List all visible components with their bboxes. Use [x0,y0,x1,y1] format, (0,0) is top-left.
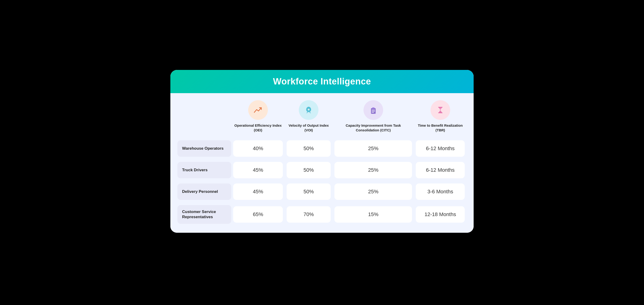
tbr-value: 6-12 Months [416,140,465,157]
oei-value-cell: 65% [231,203,285,226]
table-row: Warehouse Operators 40% 50% 25% 6-12 Mon… [178,138,466,159]
tbr-value: 6-12 Months [416,162,465,178]
column-header-row: Operational Efficiency Index (OEI) [178,100,466,138]
row-label: Warehouse Operators [178,140,231,157]
citc-value-cell: 25% [332,160,414,180]
col-header-oei: Operational Efficiency Index (OEI) [231,100,285,138]
oei-value-cell: 45% [231,182,285,202]
voi-value-cell: 50% [285,182,332,202]
voi-value: 50% [286,183,331,200]
voi-value: 50% [286,140,331,157]
table-wrapper: Operational Efficiency Index (OEI) [170,93,474,233]
citc-value-cell: 15% [332,203,414,226]
tbr-value-cell: 6-12 Months [414,160,466,180]
col-header-voi: Velocity of Output Index (VOI) [285,100,332,138]
table-row: Truck Drivers 45% 50% 25% 6-12 Months [178,160,466,180]
row-label: Delivery Personnel [178,183,231,200]
svg-point-0 [308,109,310,111]
citc-value-cell: 25% [332,182,414,202]
row-label: Truck Drivers [178,162,231,178]
oei-value: 40% [233,140,283,157]
row-label: Customer Service Representatives [178,205,231,224]
oei-value: 45% [233,162,283,178]
voi-value-cell: 50% [285,160,332,180]
voi-value: 50% [286,162,331,178]
voi-value-cell: 70% [285,203,332,226]
tbr-value-cell: 12-18 Months [414,203,466,226]
citc-value: 15% [334,206,412,223]
tbr-value-cell: 3-6 Months [414,182,466,202]
voi-value: 70% [286,206,331,223]
tbr-value: 12-18 Months [416,206,465,223]
tbr-icon [430,100,450,120]
table-row: Customer Service Representatives 65% 70%… [178,203,466,226]
oei-value: 45% [233,183,283,200]
citc-value: 25% [334,140,412,157]
tbr-value-cell: 6-12 Months [414,138,466,159]
oei-value-cell: 45% [231,160,285,180]
workforce-table: Operational Efficiency Index (OEI) [178,100,466,226]
col-header-citc: Capacity Improvement from Task Consolida… [332,100,414,138]
table-row: Delivery Personnel 45% 50% 25% 3-6 Month… [178,182,466,202]
main-card: Workforce Intelligence [170,70,474,233]
svg-rect-2 [372,107,374,109]
row-label-cell: Truck Drivers [178,160,231,180]
row-label-cell: Customer Service Representatives [178,203,231,226]
col-header-tbr: Time to Benefit Realization (TBR) [414,100,466,138]
voi-value-cell: 50% [285,138,332,159]
voi-icon [299,100,318,120]
empty-header-cell [178,100,231,138]
citc-icon [364,100,383,120]
oei-icon [248,100,268,120]
citc-value: 25% [334,162,412,178]
page-title: Workforce Intelligence [180,77,464,87]
row-label-cell: Delivery Personnel [178,182,231,202]
oei-value: 65% [233,206,283,223]
row-label-cell: Warehouse Operators [178,138,231,159]
card-header: Workforce Intelligence [170,70,474,93]
citc-value: 25% [334,183,412,200]
oei-value-cell: 40% [231,138,285,159]
tbr-value: 3-6 Months [416,183,465,200]
outer-container: Workforce Intelligence [161,63,483,242]
citc-value-cell: 25% [332,138,414,159]
